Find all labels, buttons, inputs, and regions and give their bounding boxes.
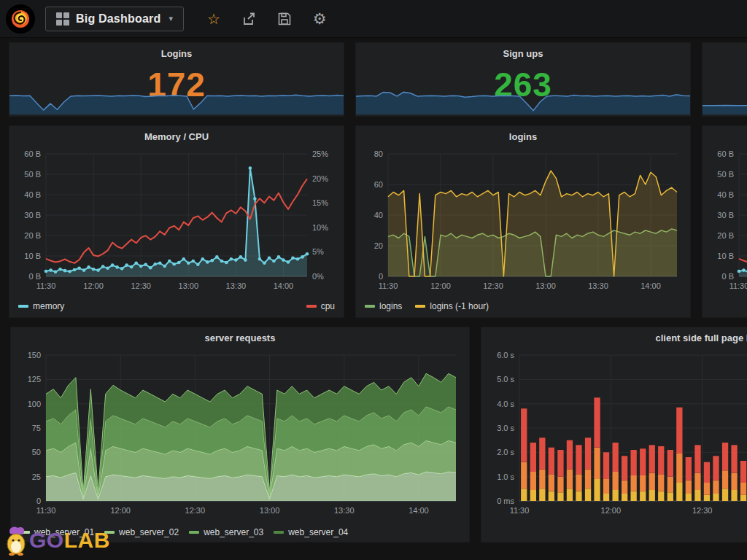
grafana-dashboard: Big Dashboard ▾ ☆ ⚙ Logins 172 [0,0,747,560]
legend-item-logins-1-hour-[interactable]: logins (-1 hour) [415,301,489,311]
svg-text:12:30: 12:30 [185,506,206,515]
svg-text:25: 25 [32,472,41,481]
svg-text:10 B: 10 B [24,252,41,260]
signups-sparkline[interactable] [356,87,690,114]
svg-text:10 B: 10 B [717,252,734,260]
svg-text:13:00: 13:00 [535,281,556,290]
legend-item-web-server-03[interactable]: web_server_03 [189,527,263,537]
svg-text:14:00: 14:00 [409,506,429,515]
memory-cpu-2-chart[interactable]: 60 B50 B40 B30 B20 B10 B0 B25%20%15%10%5… [705,147,747,292]
svg-text:11:30: 11:30 [510,506,530,515]
svg-text:40 B: 40 B [24,190,41,199]
svg-text:2.0 s: 2.0 s [497,448,514,456]
legend-color-swatch [365,305,375,308]
svg-text:12:30: 12:30 [692,506,713,515]
memory-cpu-legend: memorycpu [18,301,335,311]
legend-label: memory [33,301,64,311]
svg-text:13:30: 13:30 [226,281,247,290]
memory-cpu-chart[interactable]: 60 B50 B40 B30 B20 B10 B0 B25%20%15%10%5… [12,147,341,292]
svg-text:0: 0 [379,272,383,281]
svg-text:40 B: 40 B [717,190,734,199]
server-requests-chart[interactable]: 150125100755025011:3012:0012:3013:0013:3… [14,348,466,517]
svg-text:20: 20 [374,241,383,250]
watermark-lab: LAB [64,528,110,552]
legend-label: logins [379,301,402,311]
partial-sparkline[interactable] [703,87,747,114]
legend-item-logins[interactable]: logins [365,301,402,311]
svg-text:15%: 15% [312,198,328,207]
svg-text:6.0 s: 6.0 s [497,351,514,359]
svg-text:13:30: 13:30 [334,506,355,515]
svg-text:10%: 10% [312,223,328,232]
panel-title: Memory / CPU [9,131,344,142]
svg-text:11:30: 11:30 [379,281,398,290]
panel-title: Sign ups [356,48,690,59]
svg-text:60: 60 [374,180,383,189]
svg-text:50 B: 50 B [717,170,734,179]
svg-text:5%: 5% [312,247,324,256]
svg-text:3.0 s: 3.0 s [497,424,514,432]
svg-text:11:30: 11:30 [36,281,56,290]
svg-text:12:30: 12:30 [131,281,151,290]
logins-legend: loginslogins (-1 hour) [365,301,681,311]
svg-text:0: 0 [36,497,41,505]
legend-item-cpu[interactable]: cpu [306,301,335,311]
svg-text:50 B: 50 B [24,170,41,179]
svg-text:0%: 0% [312,272,324,281]
svg-text:14:00: 14:00 [274,281,294,290]
dashboard-selector[interactable]: Big Dashboard ▾ [45,7,184,31]
watermark-go: GO [29,528,64,552]
star-icon[interactable]: ☆ [207,12,220,26]
svg-text:20 B: 20 B [717,231,734,240]
top-navbar: Big Dashboard ▾ ☆ ⚙ [0,0,747,38]
legend-color-swatch [274,531,284,534]
legend-label: web_server_02 [119,527,179,537]
client-load-chart[interactable]: 6.0 s5.0 s4.0 s3.0 s2.0 s1.0 s0 ms11:301… [484,348,747,517]
svg-text:20 B: 20 B [24,231,41,240]
svg-text:75: 75 [32,424,41,432]
logins-chart[interactable]: 80604020011:3012:0012:3013:0013:3014:00 [359,147,687,292]
panel-signups-stat: Sign ups 263 [355,42,691,117]
panel-partial-stat [702,42,747,117]
panel-memory-cpu: Memory / CPU 60 B50 B40 B30 B20 B10 B0 B… [9,125,344,318]
golab-mascot-icon [4,525,29,556]
logins-sparkline[interactable] [9,87,344,114]
svg-text:30 B: 30 B [717,211,734,219]
legend-color-swatch [18,305,28,308]
svg-text:11:30: 11:30 [729,281,747,290]
legend-color-swatch [415,305,425,308]
share-icon[interactable] [242,12,256,26]
svg-text:60 B: 60 B [717,149,734,158]
legend-label: logins (-1 hour) [430,301,489,311]
legend-item-memory[interactable]: memory [18,301,64,311]
panel-logins-stat: Logins 172 [9,42,344,117]
svg-text:0 ms: 0 ms [497,497,514,505]
svg-text:0 B: 0 B [28,272,41,281]
legend-item-web-server-04[interactable]: web_server_04 [274,527,348,537]
svg-text:125: 125 [28,375,41,384]
svg-text:1.0 s: 1.0 s [497,472,514,481]
svg-text:25%: 25% [312,149,328,158]
golab-watermark: GOLAB [4,525,110,556]
save-icon[interactable] [278,12,291,26]
svg-text:100: 100 [28,400,41,408]
svg-text:30 B: 30 B [24,211,41,219]
chevron-down-icon: ▾ [169,14,173,23]
svg-text:60 B: 60 B [24,149,41,158]
svg-text:0 B: 0 B [721,272,734,281]
svg-text:150: 150 [28,351,41,359]
svg-text:12:00: 12:00 [601,506,622,515]
legend-item-web-server-02[interactable]: web_server_02 [104,527,179,537]
dashboard-grid-icon [56,12,69,26]
grafana-logo[interactable] [6,4,35,34]
legend-label: web_server_03 [204,527,263,537]
legend-label: cpu [321,301,335,311]
svg-text:14:00: 14:00 [640,281,661,290]
panel-title: Logins [9,48,344,59]
grafana-logo-icon [8,7,33,31]
svg-text:40: 40 [374,211,383,219]
svg-text:80: 80 [374,149,383,158]
gear-icon[interactable]: ⚙ [313,11,327,26]
svg-text:20%: 20% [312,174,328,183]
svg-text:13:00: 13:00 [179,281,199,290]
